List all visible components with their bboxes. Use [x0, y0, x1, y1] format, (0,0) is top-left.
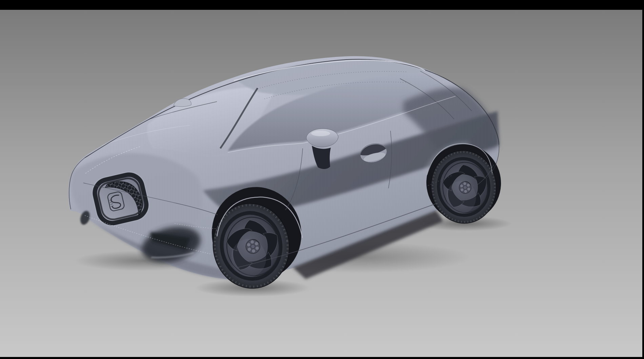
letterbox-bottom-bar [0, 357, 644, 359]
render-viewport-3d[interactable] [0, 0, 644, 359]
letterbox-top-bar [0, 0, 644, 10]
letterbox-right-bar [642, 0, 644, 359]
